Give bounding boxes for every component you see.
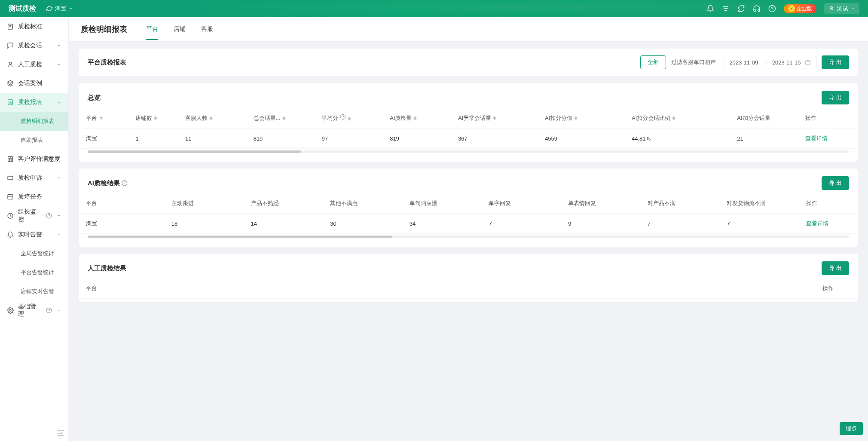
sidebar: 质检标准 质检会话 人工质检 会话案例 质检报表 质检明细报表自助报表 客户评价…: [0, 17, 69, 441]
platform-selector[interactable]: 淘宝: [46, 5, 73, 12]
table-row: 淘宝 1 11 819 97 819 367 4559 44.81% 21 查看: [81, 129, 856, 149]
chevron-up-icon: [56, 232, 61, 237]
col-ai-deduct-points[interactable]: AI扣分分值: [540, 108, 627, 129]
sidebar-item-3[interactable]: 会话案例: [0, 74, 68, 93]
cell-ai-checked: 819: [385, 129, 453, 149]
star-icon: [7, 156, 14, 162]
date-range-picker[interactable]: 2023-11-09 → 2023-11-15: [724, 57, 816, 68]
sidebar-subitem-4-1[interactable]: 自助报表: [0, 131, 68, 150]
layers-icon: [7, 80, 14, 87]
view-detail-link[interactable]: 查看详情: [805, 135, 828, 141]
cell-c1: 18: [166, 214, 246, 234]
sidebar-subitem-9-2[interactable]: 店铺实时告警: [0, 282, 68, 301]
gear-icon: [7, 307, 14, 314]
enterprise-label: 企业版: [797, 5, 812, 12]
tab-2[interactable]: 客服: [201, 25, 213, 40]
ai-export-button[interactable]: 导 出: [822, 176, 849, 190]
cell-c5: 7: [483, 214, 563, 234]
col-platform: 平台: [81, 279, 817, 299]
col-c6: 单表情回复: [563, 193, 642, 214]
sidebar-item-label: 平台告警统计: [21, 269, 61, 276]
help-icon[interactable]: [768, 5, 776, 12]
cell-store-count: 1: [130, 129, 180, 149]
tab-1[interactable]: 店铺: [174, 25, 186, 40]
sidebar-item-label: 人工质检: [18, 61, 52, 68]
filter-icon[interactable]: [99, 116, 104, 121]
col-platform[interactable]: 平台: [81, 108, 130, 129]
sidebar-item-label: 质检申诉: [18, 174, 52, 182]
overview-export-button[interactable]: 导 出: [822, 91, 849, 104]
sidebar-item-0[interactable]: 质检标准: [0, 17, 68, 36]
sidebar-item-7[interactable]: 质培任务: [0, 187, 68, 206]
sidebar-item-label: 客户评价满意度: [18, 155, 61, 163]
overview-title: 总览: [88, 94, 822, 102]
help-icon[interactable]: [46, 213, 52, 219]
sidebar-item-9[interactable]: 实时告警: [0, 225, 68, 244]
sidebar-subitem-9-0[interactable]: 全局告警统计: [0, 244, 68, 263]
sidebar-item-label: 全局告警统计: [21, 250, 61, 257]
date-from: 2023-11-09: [729, 59, 758, 66]
col-store-count[interactable]: 店铺数: [130, 108, 180, 129]
bell-icon[interactable]: [706, 5, 714, 12]
sidebar-item-1[interactable]: 质检会话: [0, 36, 68, 55]
task-icon: [7, 193, 14, 200]
col-total-sessions[interactable]: 总会话量...: [248, 108, 317, 129]
cell-total-sessions: 819: [248, 129, 317, 149]
collapse-sidebar-icon[interactable]: [56, 429, 65, 438]
sidebar-item-label: 自助报表: [21, 136, 61, 144]
tab-0[interactable]: 平台: [146, 25, 158, 40]
enterprise-badge[interactable]: ¥ 企业版: [784, 4, 816, 13]
col-agent-count[interactable]: 客服人数: [180, 108, 248, 129]
svg-point-3: [9, 62, 11, 64]
sidebar-item-4[interactable]: 质检报表: [0, 93, 68, 112]
overview-hscroll[interactable]: [88, 150, 849, 153]
content-scroll[interactable]: 平台质检报表 全部 过滤客服单口相声 2023-11-09 → 2023-11-…: [69, 42, 868, 441]
col-c2: 产品不熟悉: [246, 193, 325, 214]
col-c8: 对发货物流不满: [721, 193, 801, 214]
help-icon[interactable]: [122, 180, 128, 186]
menu-icon[interactable]: [722, 5, 730, 12]
bell-icon: [7, 231, 14, 238]
ai-hscroll[interactable]: [88, 236, 849, 238]
sidebar-subitem-9-1[interactable]: 平台告警统计: [0, 263, 68, 282]
page-header: 质检明细报表 平台店铺客服: [69, 17, 868, 42]
col-c5: 单字回复: [483, 193, 563, 214]
platform-selected-label: 淘宝: [55, 5, 66, 12]
sidebar-item-10[interactable]: 基础管理: [0, 301, 68, 320]
page-tabs: 平台店铺客服: [146, 25, 213, 40]
tracking-float-button[interactable]: 埋点: [840, 422, 863, 435]
manual-result-title: 人工质检结果: [88, 264, 822, 273]
user-menu[interactable]: 测试: [824, 3, 859, 14]
report-icon: [7, 99, 14, 106]
sidebar-subitem-4-0[interactable]: 质检明细报表: [0, 112, 68, 131]
sidebar-item-2[interactable]: 人工质检: [0, 55, 68, 74]
col-c4: 单句响应慢: [404, 193, 484, 214]
filter-all-button[interactable]: 全部: [640, 55, 666, 69]
app-logo: 测试质检: [9, 4, 36, 13]
manual-export-button[interactable]: 导 出: [822, 261, 849, 275]
range-arrow: →: [762, 59, 768, 66]
col-ai-checked[interactable]: AI质检量: [385, 108, 453, 129]
sync-icon[interactable]: [737, 5, 745, 12]
sidebar-item-5[interactable]: 客户评价满意度: [0, 150, 68, 168]
sidebar-item-8[interactable]: 组长监控: [0, 206, 68, 225]
sidebar-item-label: 质培任务: [18, 193, 61, 201]
help-icon[interactable]: [46, 307, 52, 313]
filter-note: 过滤客服单口相声: [671, 58, 716, 66]
col-ai-deduct-ratio[interactable]: AI扣分会话比例: [627, 108, 732, 129]
cell-platform: 淘宝: [81, 214, 166, 234]
chevron-up-icon: [56, 100, 61, 105]
col-ai-bonus[interactable]: AI加分会话量: [732, 108, 800, 129]
col-ai-abnormal[interactable]: AI异常会话量: [453, 108, 540, 129]
col-action: 操作: [801, 193, 856, 214]
help-icon[interactable]: [340, 114, 346, 120]
sidebar-item-6[interactable]: 质检申诉: [0, 168, 68, 187]
headset-icon[interactable]: [753, 5, 761, 12]
overview-card: 总览 导 出 平台 店铺数 客服人数 总会话量... 平均分: [79, 83, 858, 162]
export-button[interactable]: 导 出: [822, 55, 849, 69]
col-avg-score[interactable]: 平均分: [316, 108, 385, 129]
view-detail-link[interactable]: 查看详情: [806, 220, 828, 227]
cell-c2: 14: [246, 214, 325, 234]
svg-rect-7: [8, 195, 13, 199]
sidebar-item-label: 质检报表: [18, 98, 52, 106]
